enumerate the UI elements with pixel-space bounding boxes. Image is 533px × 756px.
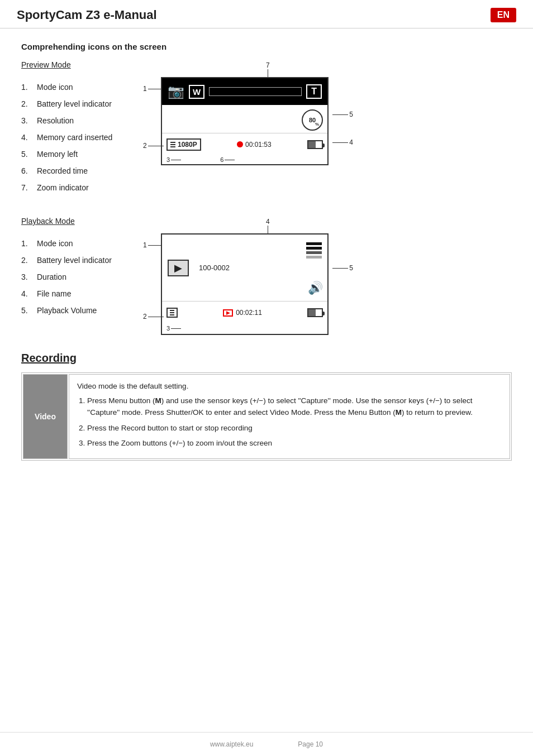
resolution-text: 1080P	[178, 141, 197, 149]
playback-mode-section: Playback Mode 1.Mode icon 2.Battery leve…	[21, 217, 512, 335]
page-footer: www.aiptek.eu Page 10	[0, 732, 533, 756]
volume-icon: 🔊	[308, 281, 323, 295]
manual-title: SportyCam Z3 e-Manual	[17, 8, 157, 22]
w-icon: W	[189, 85, 204, 99]
t-icon: T	[306, 84, 322, 99]
recording-section: Recording Video Video mode is the defaul…	[21, 352, 512, 461]
preview-mode-section: Preview Mode 1.Mode icon 2.Battery level…	[21, 60, 512, 200]
language-badge: EN	[491, 8, 516, 22]
battery-icon-pb	[307, 308, 323, 317]
list-item: 1.Mode icon	[21, 83, 133, 92]
playback-mode-layout: 1.Mode icon 2.Battery level indicator 3.…	[21, 233, 512, 335]
preview-bottom-bar: 1080P 00:01:53	[162, 133, 327, 155]
label-3: 3	[166, 156, 170, 163]
list-item: 5.Playback Volume	[21, 306, 133, 315]
recorded-time: 00:01:53	[237, 141, 272, 149]
label-5-pb: 5	[349, 264, 353, 272]
label-1-preview: 1	[143, 85, 147, 93]
play-icon-small: ▶	[223, 309, 233, 317]
table-row: Video Video mode is the default setting.…	[23, 374, 510, 459]
label-2-preview: 2	[143, 142, 147, 150]
label-5-preview: 5	[349, 111, 353, 118]
footer-page: Page 10	[298, 740, 323, 748]
playback-screen-diagram: 4 1 ▶ 100-0002	[161, 233, 329, 335]
recording-title: Recording	[21, 352, 512, 365]
list-item: 3.Resolution	[21, 116, 133, 125]
preview-mode-layout: 1.Mode icon 2.Battery level indicator 3.…	[21, 77, 512, 200]
playback-mode-list: 1.Mode icon 2.Battery level indicator 3.…	[21, 233, 133, 323]
play-icon-box: ▶	[168, 260, 189, 276]
resolution-badge: 1080P	[166, 138, 201, 151]
preview-screen-box: 📷 W T 80%	[161, 77, 329, 165]
list-item: 1.Mode icon	[21, 239, 133, 248]
recording-steps: Press Menu button (M) and use the sensor…	[77, 395, 502, 449]
zoom-bar	[209, 87, 302, 96]
list-item: 4.Memory card inserted	[21, 133, 133, 142]
label-6: 6	[220, 156, 223, 163]
recording-step-2: Press the Record button to start or stop…	[87, 422, 502, 434]
playback-bottom-bar: ▶ 00:02:11	[162, 302, 327, 324]
recording-step-1: Press Menu button (M) and use the sensor…	[87, 395, 502, 419]
label-4-preview: 4	[349, 138, 353, 146]
recording-table: Video Video mode is the default setting.…	[21, 372, 512, 461]
label-1-pb: 1	[143, 241, 147, 249]
section-title: Comprehending icons on the screen	[21, 42, 512, 51]
playback-battery-indicator	[166, 308, 178, 318]
preview-mode-list: 1.Mode icon 2.Battery level indicator 3.…	[21, 77, 133, 200]
label-3-pb: 3	[166, 325, 170, 332]
preview-screen-diagram: 7 1 📷 W	[161, 77, 329, 165]
preview-top-bar: 📷 W T	[162, 78, 327, 105]
list-item: 4.File name	[21, 289, 133, 298]
list-item: 6.Recorded time	[21, 166, 133, 175]
camera-icon: 📷	[168, 84, 184, 99]
main-content: Comprehending icons on the screen Previe…	[0, 28, 533, 483]
playback-screen-box: ▶ 100-0002 🔊	[161, 233, 329, 335]
playback-time: ▶ 00:02:11	[223, 309, 262, 317]
recording-step-3: Press the Zoom buttons (+/−) to zoom in/…	[87, 437, 502, 449]
battery-stacked-icon	[306, 242, 322, 259]
label-7: 7	[266, 61, 270, 69]
filename: 100-0002	[199, 264, 230, 272]
recording-content-cell: Video mode is the default setting. Press…	[69, 374, 510, 459]
list-item: 5.Memory left	[21, 150, 133, 159]
memory-badge: 80%	[302, 109, 323, 131]
video-label-cell: Video	[23, 374, 68, 459]
footer-website: www.aiptek.eu	[210, 740, 253, 748]
battery-icon	[307, 140, 323, 149]
list-item: 7.Zoom indicator	[21, 183, 133, 192]
list-item: 2.Battery level indicator	[21, 99, 133, 108]
page-header: SportyCam Z3 e-Manual EN	[0, 0, 533, 28]
list-item: 3.Duration	[21, 272, 133, 281]
label-2-pb: 2	[143, 313, 147, 320]
label-4-pb: 4	[266, 218, 270, 226]
rec-dot	[237, 141, 243, 147]
recording-intro: Video mode is the default setting.	[77, 380, 502, 393]
list-item: 2.Battery level indicator	[21, 256, 133, 265]
